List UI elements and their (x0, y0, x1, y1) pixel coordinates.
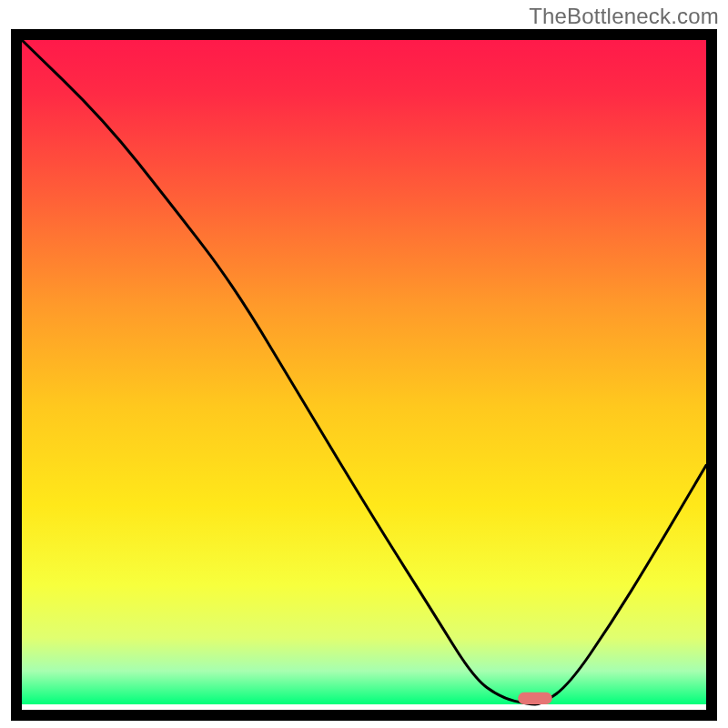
chart-container: TheBottleneck.com (0, 0, 728, 728)
watermark-text: TheBottleneck.com (529, 4, 719, 29)
svg-rect-1 (22, 40, 706, 704)
plot-area (11, 29, 717, 721)
chart-svg (0, 0, 728, 728)
minimum-marker (518, 693, 552, 704)
svg-rect-2 (22, 704, 706, 710)
